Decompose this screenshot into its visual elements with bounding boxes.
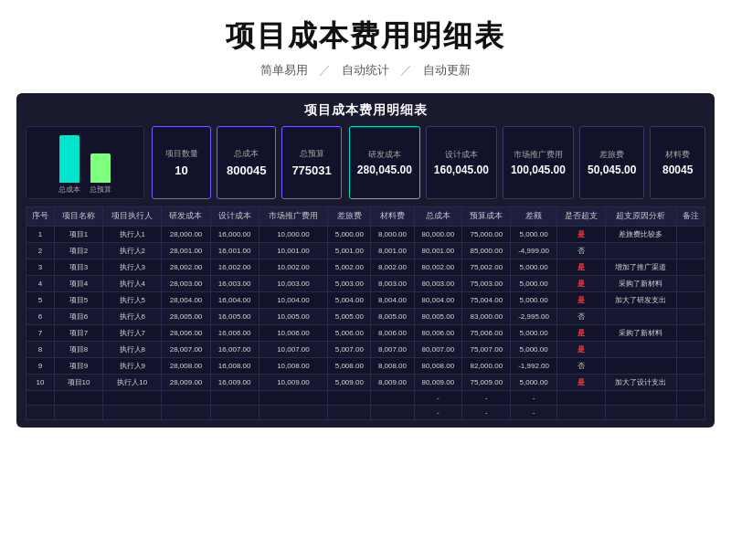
table-cell: 80,009.00: [414, 375, 462, 391]
table-cell: 5,008.00: [328, 358, 371, 375]
bar-rect-total-cost: [59, 135, 79, 183]
table-cell: 5,001.00: [328, 243, 371, 259]
empty-cell: -: [511, 391, 556, 406]
table-cell: 5,000.00: [511, 325, 556, 342]
table-cell: 项目5: [54, 292, 102, 309]
table-cell: 是: [556, 227, 605, 243]
stat-box-budget: 总预算 775031: [281, 126, 341, 199]
table-cell: [606, 358, 677, 375]
subtitle-item-2: 自动统计: [342, 62, 389, 79]
table-cell: 3: [26, 259, 55, 276]
table-cell: 执行人2: [103, 243, 162, 259]
table-cell: 10,002.00: [259, 259, 327, 276]
empty-cell: [556, 406, 605, 420]
table-cell: 10,001.00: [259, 243, 327, 259]
empty-cell: [54, 391, 102, 406]
table-cell: 28,001.00: [162, 243, 210, 259]
table-cell: 10,000.00: [259, 227, 327, 243]
sheet-title: 项目成本费用明细表: [26, 102, 705, 119]
table-cell: 差旅费比较多: [606, 227, 677, 243]
main-table: 序号 项目名称 项目执行人 研发成本 设计成本 市场推广费用 差旅费 材料费 总…: [26, 206, 705, 420]
overbudget-yes: 是: [577, 230, 585, 238]
table-cell: 5,000.00: [511, 276, 556, 292]
table-cell: -1,992.00: [511, 358, 556, 375]
stat-boxes-group: 项目数量 10 总成本 800045 总预算 775031: [152, 126, 342, 199]
table-cell: 项目8: [54, 342, 102, 358]
table-cell: 75,004.00: [462, 292, 511, 309]
table-cell: 82,000.00: [462, 358, 511, 375]
table-cell: 是: [556, 276, 605, 292]
empty-cell: [328, 406, 371, 420]
col-header-executor: 项目执行人: [103, 207, 162, 227]
table-cell: 75,006.00: [462, 325, 511, 342]
table-cell: 否: [556, 243, 605, 259]
table-cell: 75,002.00: [462, 259, 511, 276]
right-stat-material-value: 80045: [662, 164, 693, 176]
right-stat-travel-label: 差旅费: [599, 149, 624, 161]
table-cell: 采购了新材料: [606, 276, 677, 292]
table-row: 6项目6执行人628,005.0016,005.0010,005.005,005…: [26, 309, 705, 325]
table-row: 4项目4执行人428,003.0016,003.0010,003.005,003…: [26, 276, 705, 292]
table-cell: -2,995.00: [511, 309, 556, 325]
table-cell: 28,005.00: [162, 309, 210, 325]
chart-bars: 总成本 总预算: [58, 147, 111, 195]
table-cell: 28,002.00: [162, 259, 210, 276]
table-row: 5项目5执行人528,004.0016,004.0010,004.005,004…: [26, 292, 705, 309]
table-cell: 8,001.00: [371, 243, 414, 259]
empty-row: ---: [26, 391, 705, 406]
table-row: 7项目7执行人728,006.0016,006.0010,006.005,006…: [26, 325, 705, 342]
subtitle-divider-2: ／: [400, 62, 412, 79]
empty-cell: -: [462, 391, 511, 406]
overbudget-yes: 是: [577, 329, 585, 337]
table-cell: 80,003.00: [414, 276, 462, 292]
stat-box-budget-value: 775031: [291, 164, 331, 177]
table-cell: 8,006.00: [371, 325, 414, 342]
table-cell: [676, 342, 705, 358]
table-header-row: 序号 项目名称 项目执行人 研发成本 设计成本 市场推广费用 差旅费 材料费 总…: [26, 207, 705, 227]
table-cell: 是: [556, 325, 605, 342]
table-row: 1项目1执行人128,000.0016,000.0010,000.005,000…: [26, 227, 705, 243]
table-cell: 16,009.00: [210, 375, 259, 391]
table-cell: 执行人9: [103, 358, 162, 375]
table-cell: [676, 259, 705, 276]
chart-bar-2: 总预算: [90, 153, 111, 195]
table-cell: 项目9: [54, 358, 102, 375]
stat-box-count-label: 项目数量: [165, 148, 198, 160]
right-stat-rd-value: 280,045.00: [357, 164, 412, 176]
empty-cell: [606, 406, 677, 420]
table-cell: 8,008.00: [371, 358, 414, 375]
subtitle-item-1: 简单易用: [260, 62, 308, 79]
table-cell: 项目7: [54, 325, 102, 342]
table-cell: 10,004.00: [259, 292, 327, 309]
table-cell: 16,000.00: [210, 227, 259, 243]
empty-cell: [103, 406, 162, 420]
table-cell: 5,000.00: [511, 259, 556, 276]
empty-cell: [26, 391, 55, 406]
chart-area: 总成本 总预算: [26, 126, 144, 199]
table-cell: 80,001.00: [414, 243, 462, 259]
table-cell: 16,005.00: [210, 309, 259, 325]
header-section: 项目成本费用明细表 简单易用 ／ 自动统计 ／ 自动更新: [0, 0, 731, 86]
table-cell: 28,004.00: [162, 292, 210, 309]
bar-rect-total-budget: [90, 153, 111, 183]
subtitle-row: 简单易用 ／ 自动统计 ／ 自动更新: [0, 62, 731, 79]
stat-box-total-cost-label: 总成本: [234, 148, 259, 160]
right-stat-marketing-value: 100,045.00: [511, 164, 566, 176]
table-cell: 75,009.00: [462, 375, 511, 391]
page-title: 项目成本费用明细表: [0, 16, 731, 57]
table-row: 2项目2执行人228,001.0016,001.0010,001.005,001…: [26, 243, 705, 259]
table-cell: 8: [26, 342, 55, 358]
table-cell: 16,006.00: [210, 325, 259, 342]
empty-cell: [210, 391, 259, 406]
table-cell: 80,000.00: [414, 227, 462, 243]
table-cell: [676, 325, 705, 342]
table-cell: 执行人4: [103, 276, 162, 292]
stat-box-total-cost-value: 800045: [227, 164, 266, 177]
table-cell: 5,007.00: [328, 342, 371, 358]
table-cell: 项目6: [54, 309, 102, 325]
table-cell: 5,004.00: [328, 292, 371, 309]
table-cell: 10,008.00: [259, 358, 327, 375]
table-cell: 1: [26, 227, 55, 243]
right-stat-design: 设计成本 160,045.00: [426, 126, 497, 199]
overbudget-yes: 是: [577, 378, 585, 386]
